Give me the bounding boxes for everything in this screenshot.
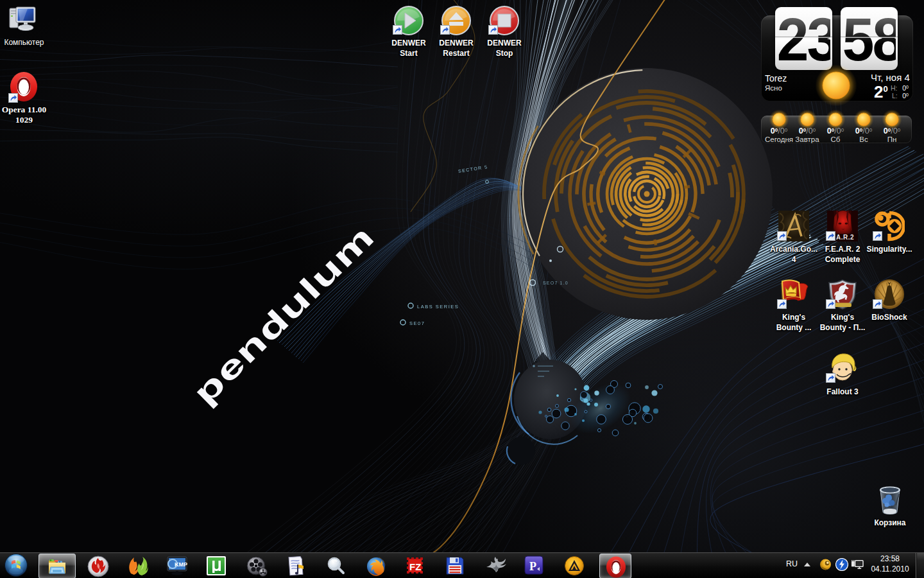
svg-text:FZ: FZ (409, 561, 421, 572)
svg-text:SEO7 1.0: SEO7 1.0 (543, 281, 569, 285)
svg-text:P: P (529, 560, 536, 573)
svg-text:SE07: SE07 (409, 320, 425, 326)
svg-text:A.R.2: A.R.2 (836, 234, 854, 241)
svg-text:KMP: KMP (175, 561, 187, 568)
svg-text:LABS SERIES: LABS SERIES (417, 304, 459, 310)
